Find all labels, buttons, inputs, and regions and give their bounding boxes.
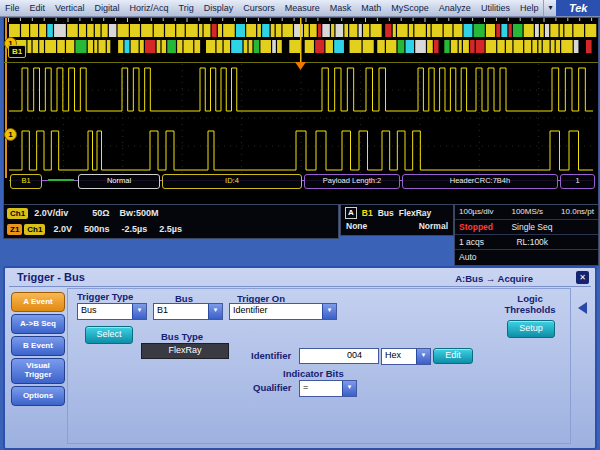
bus-dropdown[interactable]: B1 ▼ bbox=[153, 303, 223, 320]
bus1-waveform-label[interactable]: B1 bbox=[8, 45, 26, 58]
chevron-down-icon: ▼ bbox=[416, 349, 430, 364]
ch1-bandwidth: Bw:500M bbox=[119, 208, 158, 218]
ch1-scale: 2.0V/div bbox=[34, 208, 68, 218]
qualifier-dropdown[interactable]: = ▼ bbox=[299, 380, 357, 397]
bus-type-display: FlexRay bbox=[141, 343, 229, 359]
fastacq-mode: Auto bbox=[459, 252, 477, 262]
ch1-readout-row: Ch1 2.0V/div 50Ω Bw:500M bbox=[4, 205, 338, 221]
bus-value: B1 bbox=[154, 304, 208, 319]
decode-payload-length[interactable]: Payload Length:2 bbox=[304, 174, 400, 189]
menu-item-display[interactable]: Display bbox=[199, 0, 239, 16]
record-length: RL:100k bbox=[516, 237, 548, 247]
zoom1-reference-marker[interactable]: 1 bbox=[4, 128, 17, 141]
identifier-format-value: Hex bbox=[382, 349, 416, 364]
waveform-display: 1 1 B1 B1 Normal ID:4 Payload Length:2 H… bbox=[3, 17, 599, 205]
identifier-format-dropdown[interactable]: Hex ▼ bbox=[381, 348, 431, 365]
trigger-bus-type: FlexRay bbox=[399, 208, 432, 218]
select-button[interactable]: Select bbox=[85, 326, 133, 344]
acq-fastacq-row: Auto bbox=[455, 250, 598, 264]
trigger-type-dropdown[interactable]: Bus ▼ bbox=[77, 303, 147, 320]
decode-frame-type[interactable]: Normal bbox=[78, 174, 160, 189]
tab-a-to-b-seq[interactable]: A->B Seq bbox=[11, 314, 65, 334]
menu-item-horiz-acq[interactable]: Horiz/Acq bbox=[125, 0, 174, 16]
indicator-bits-label: Indicator Bits bbox=[283, 368, 344, 379]
chevron-down-icon: ▼ bbox=[342, 381, 356, 396]
menu-item-analyze[interactable]: Analyze bbox=[434, 0, 476, 16]
logic-thresholds-label: Logic Thresholds bbox=[497, 294, 563, 316]
menu-item-help[interactable]: Help bbox=[515, 0, 544, 16]
zoom-position-2: 2.5µs bbox=[159, 224, 182, 234]
trigger-readout-row1: A B1 Bus FlexRay bbox=[341, 205, 453, 221]
chevron-down-icon: ▼ bbox=[208, 304, 222, 319]
acq-count-row: 1 acqs RL:100k bbox=[455, 235, 598, 250]
tab-a-event[interactable]: A Event bbox=[11, 292, 65, 312]
ch1-termination: 50Ω bbox=[92, 208, 109, 218]
zoom-vertical-scale: 2.0V bbox=[53, 224, 72, 234]
sample-rate: 100MS/s bbox=[511, 205, 543, 219]
trigger-flow-label: A:Bus → Acquire bbox=[455, 273, 533, 284]
identifier-input[interactable]: 004 bbox=[299, 348, 379, 364]
qualifier-label: Qualifier bbox=[253, 382, 292, 393]
dialog-title: Trigger - Bus bbox=[17, 271, 85, 283]
tab-visual-trigger[interactable]: Visual Trigger bbox=[11, 358, 65, 384]
oscilloscope-screen: File Edit Vertical Digital Horiz/Acq Tri… bbox=[0, 0, 600, 450]
decode-bus-badge[interactable]: B1 bbox=[10, 174, 42, 189]
zoom-readout-row: Z1 Ch1 2.0V 500ns -2.5µs 2.5µs bbox=[4, 221, 338, 237]
setup-button[interactable]: Setup bbox=[507, 320, 555, 338]
menu-item-file[interactable]: File bbox=[0, 0, 25, 16]
close-icon[interactable]: ✕ bbox=[576, 271, 589, 284]
menu-item-trig[interactable]: Trig bbox=[174, 0, 199, 16]
acq-status: Stopped bbox=[459, 222, 493, 232]
horizontal-scale: 100µs/div bbox=[459, 205, 493, 219]
bus-type-label: Bus Type bbox=[161, 331, 203, 342]
edit-button[interactable]: Edit bbox=[433, 348, 473, 364]
decode-header-crc[interactable]: HeaderCRC:7B4h bbox=[402, 174, 558, 189]
panel-collapse-arrow-icon[interactable] bbox=[578, 302, 587, 314]
trigger-a-badge: A bbox=[345, 207, 357, 219]
acq-mode: Single Seq bbox=[511, 222, 552, 232]
menu-item-edit[interactable]: Edit bbox=[25, 0, 51, 16]
decode-cycle-count[interactable]: 1 bbox=[560, 174, 595, 189]
dialog-title-divider bbox=[9, 286, 591, 287]
bus-decode-idle-segment bbox=[48, 179, 74, 181]
trigger-source: B1 bbox=[362, 208, 373, 218]
trigger-on-value: Identifier bbox=[230, 304, 322, 319]
menu-item-vertical[interactable]: Vertical bbox=[50, 0, 90, 16]
zoom1-badge[interactable]: Z1 bbox=[7, 224, 22, 235]
decode-identifier[interactable]: ID:4 bbox=[162, 174, 302, 189]
trigger-holdoff: None bbox=[346, 221, 367, 231]
channel-readout-panel: Ch1 2.0V/div 50Ω Bw:500M Z1 Ch1 2.0V 500… bbox=[3, 204, 339, 239]
menu-item-digital[interactable]: Digital bbox=[90, 0, 125, 16]
trigger-on-dropdown[interactable]: Identifier ▼ bbox=[229, 303, 337, 320]
trigger-mode: Normal bbox=[419, 221, 448, 231]
menu-overflow-icon[interactable]: ▾ bbox=[543, 0, 556, 16]
chevron-down-icon: ▼ bbox=[322, 304, 336, 319]
acq-count: 1 acqs bbox=[459, 237, 484, 247]
trigger-bus-dialog: Trigger - Bus A:Bus → Acquire ✕ A Event … bbox=[3, 266, 597, 450]
menu-item-measure[interactable]: Measure bbox=[280, 0, 325, 16]
trigger-readout-panel: A B1 Bus FlexRay None Normal bbox=[340, 204, 454, 236]
chevron-down-icon: ▼ bbox=[132, 304, 146, 319]
trigger-type: Bus bbox=[378, 208, 394, 218]
zoom-source-badge[interactable]: Ch1 bbox=[24, 224, 45, 235]
menu-item-cursors[interactable]: Cursors bbox=[238, 0, 280, 16]
tab-options[interactable]: Options bbox=[11, 386, 65, 406]
menu-item-utilities[interactable]: Utilities bbox=[476, 0, 515, 16]
acq-scale-row: 100µs/div 100MS/s 10.0ns/pt bbox=[455, 205, 598, 220]
acquisition-readout-panel: 100µs/div 100MS/s 10.0ns/pt Stopped Sing… bbox=[454, 204, 599, 266]
sample-resolution: 10.0ns/pt bbox=[561, 205, 594, 219]
menu-item-myscope[interactable]: MyScope bbox=[386, 0, 434, 16]
trigger-readout-row2: None Normal bbox=[341, 221, 453, 231]
trigger-type-value: Bus bbox=[78, 304, 132, 319]
trigger-type-label: Trigger Type bbox=[77, 291, 133, 302]
qualifier-value: = bbox=[300, 381, 342, 396]
zoom-horizontal-scale: 500ns bbox=[84, 224, 110, 234]
tab-b-event[interactable]: B Event bbox=[11, 336, 65, 356]
menu-item-mask[interactable]: Mask bbox=[325, 0, 357, 16]
identifier-label: Identifier bbox=[251, 350, 291, 361]
ch1-badge[interactable]: Ch1 bbox=[7, 208, 28, 219]
zoom-position-1: -2.5µs bbox=[122, 224, 148, 234]
tek-logo: Tek bbox=[556, 0, 600, 16]
menu-item-math[interactable]: Math bbox=[356, 0, 386, 16]
menu-bar: File Edit Vertical Digital Horiz/Acq Tri… bbox=[0, 0, 600, 17]
